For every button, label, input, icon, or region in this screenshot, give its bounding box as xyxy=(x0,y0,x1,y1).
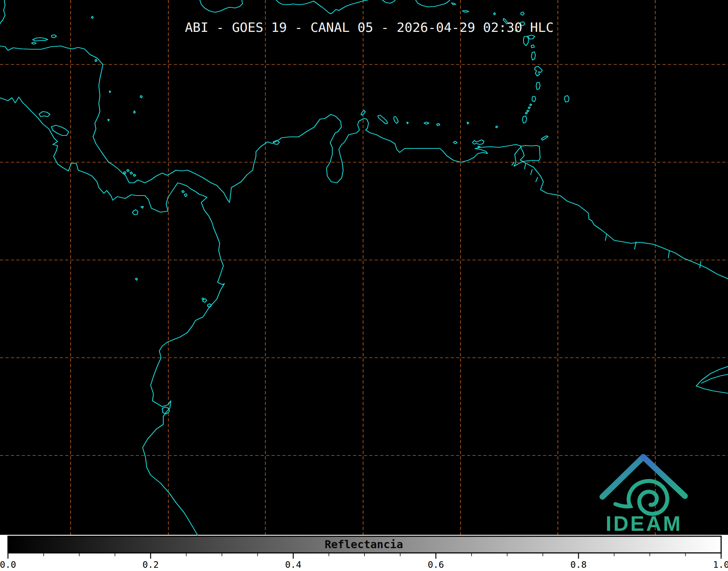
logo-text: IDEAM xyxy=(606,512,682,535)
goes-satellite-map: ABI - GOES 19 - CANAL 05 - 2026-04-29 02… xyxy=(0,0,728,571)
colorbar-tick-label: 1.0 xyxy=(713,559,728,570)
colorbar-tick-label: 0.0 xyxy=(0,559,16,570)
colorbar-tick-label: 0.8 xyxy=(570,559,586,570)
colorbar-title: Reflectancia xyxy=(325,538,403,551)
map-background xyxy=(0,0,728,535)
colorbar-tick-label: 0.4 xyxy=(285,559,301,570)
colorbar-tick-label: 0.2 xyxy=(142,559,159,570)
satellite-image-viewer: ABI - GOES 19 - CANAL 05 - 2026-04-29 02… xyxy=(0,0,728,571)
map-title: ABI - GOES 19 - CANAL 05 - 2026-04-29 02… xyxy=(185,20,554,35)
colorbar-tick-label: 0.6 xyxy=(428,559,444,570)
